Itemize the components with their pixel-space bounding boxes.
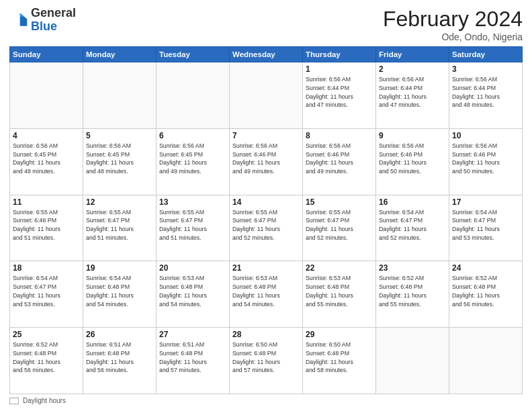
day-number: 18 bbox=[13, 263, 80, 273]
day-number: 9 bbox=[379, 131, 446, 140]
day-info: Sunrise: 6:56 AM Sunset: 6:46 PM Dayligh… bbox=[452, 142, 519, 176]
day-number: 22 bbox=[306, 263, 373, 273]
day-number: 6 bbox=[159, 131, 226, 140]
day-number: 28 bbox=[232, 330, 300, 339]
day-number: 15 bbox=[306, 197, 373, 207]
week-row-3: 11Sunrise: 6:55 AM Sunset: 6:46 PM Dayli… bbox=[10, 195, 523, 261]
day-number: 2 bbox=[379, 64, 446, 74]
day-cell: 15Sunrise: 6:55 AM Sunset: 6:47 PM Dayli… bbox=[303, 195, 376, 261]
day-info: Sunrise: 6:52 AM Sunset: 6:48 PM Dayligh… bbox=[13, 340, 80, 375]
day-info: Sunrise: 6:55 AM Sunset: 6:47 PM Dayligh… bbox=[232, 208, 300, 242]
day-info: Sunrise: 6:56 AM Sunset: 6:45 PM Dayligh… bbox=[13, 142, 80, 176]
weekday-header-sunday: Sunday bbox=[10, 47, 83, 62]
day-cell bbox=[449, 328, 523, 394]
day-cell: 29Sunrise: 6:50 AM Sunset: 6:48 PM Dayli… bbox=[303, 328, 376, 394]
day-number: 10 bbox=[452, 131, 519, 140]
day-number: 20 bbox=[159, 263, 226, 273]
day-number: 1 bbox=[306, 64, 373, 74]
day-info: Sunrise: 6:56 AM Sunset: 6:44 PM Dayligh… bbox=[379, 75, 446, 109]
location: Ode, Ondo, Nigeria bbox=[383, 32, 523, 42]
day-cell: 22Sunrise: 6:53 AM Sunset: 6:48 PM Dayli… bbox=[303, 261, 376, 328]
header: General Blue February 2024 Ode, Ondo, Ni… bbox=[9, 7, 523, 42]
day-cell: 7Sunrise: 6:56 AM Sunset: 6:46 PM Daylig… bbox=[230, 128, 303, 195]
day-info: Sunrise: 6:51 AM Sunset: 6:48 PM Dayligh… bbox=[159, 340, 226, 375]
day-info: Sunrise: 6:54 AM Sunset: 6:47 PM Dayligh… bbox=[13, 274, 80, 308]
logo-blue: Blue bbox=[31, 19, 57, 33]
day-cell: 21Sunrise: 6:53 AM Sunset: 6:48 PM Dayli… bbox=[230, 261, 303, 328]
day-info: Sunrise: 6:55 AM Sunset: 6:47 PM Dayligh… bbox=[159, 208, 226, 242]
weekday-header-row: SundayMondayTuesdayWednesdayThursdayFrid… bbox=[10, 47, 523, 62]
day-number: 12 bbox=[86, 197, 153, 207]
day-number: 11 bbox=[13, 197, 80, 207]
page: General Blue February 2024 Ode, Ondo, Ni… bbox=[0, 0, 532, 411]
day-cell: 14Sunrise: 6:55 AM Sunset: 6:47 PM Dayli… bbox=[230, 195, 303, 261]
logo-icon bbox=[9, 11, 28, 30]
day-info: Sunrise: 6:54 AM Sunset: 6:47 PM Dayligh… bbox=[379, 208, 446, 242]
day-info: Sunrise: 6:51 AM Sunset: 6:48 PM Dayligh… bbox=[86, 340, 153, 375]
logo-text: General Blue bbox=[31, 7, 76, 34]
day-number: 16 bbox=[379, 197, 446, 207]
day-cell: 8Sunrise: 6:56 AM Sunset: 6:46 PM Daylig… bbox=[303, 128, 376, 195]
day-cell bbox=[230, 62, 303, 129]
day-info: Sunrise: 6:56 AM Sunset: 6:44 PM Dayligh… bbox=[306, 75, 373, 109]
day-cell: 4Sunrise: 6:56 AM Sunset: 6:45 PM Daylig… bbox=[10, 128, 83, 195]
day-info: Sunrise: 6:50 AM Sunset: 6:48 PM Dayligh… bbox=[306, 340, 373, 375]
day-info: Sunrise: 6:56 AM Sunset: 6:46 PM Dayligh… bbox=[379, 142, 446, 176]
day-cell: 6Sunrise: 6:56 AM Sunset: 6:45 PM Daylig… bbox=[157, 128, 230, 195]
calendar: SundayMondayTuesdayWednesdayThursdayFrid… bbox=[9, 46, 523, 394]
legend: Daylight hours bbox=[9, 397, 523, 404]
day-number: 8 bbox=[306, 131, 373, 140]
day-cell bbox=[157, 62, 230, 129]
weekday-header-monday: Monday bbox=[83, 47, 157, 62]
day-info: Sunrise: 6:54 AM Sunset: 6:47 PM Dayligh… bbox=[452, 208, 519, 242]
day-number: 13 bbox=[159, 197, 226, 207]
day-cell: 16Sunrise: 6:54 AM Sunset: 6:47 PM Dayli… bbox=[376, 195, 449, 261]
day-info: Sunrise: 6:50 AM Sunset: 6:48 PM Dayligh… bbox=[232, 340, 300, 375]
day-info: Sunrise: 6:54 AM Sunset: 6:48 PM Dayligh… bbox=[86, 274, 153, 308]
day-cell: 19Sunrise: 6:54 AM Sunset: 6:48 PM Dayli… bbox=[83, 261, 157, 328]
week-row-1: 1Sunrise: 6:56 AM Sunset: 6:44 PM Daylig… bbox=[10, 62, 523, 129]
day-number: 27 bbox=[159, 330, 226, 339]
day-info: Sunrise: 6:53 AM Sunset: 6:48 PM Dayligh… bbox=[159, 274, 226, 308]
day-cell: 18Sunrise: 6:54 AM Sunset: 6:47 PM Dayli… bbox=[10, 261, 83, 328]
day-number: 23 bbox=[379, 263, 446, 273]
day-cell: 13Sunrise: 6:55 AM Sunset: 6:47 PM Dayli… bbox=[157, 195, 230, 261]
day-number: 4 bbox=[13, 131, 80, 140]
day-number: 3 bbox=[452, 64, 519, 74]
day-info: Sunrise: 6:55 AM Sunset: 6:47 PM Dayligh… bbox=[86, 208, 153, 242]
day-cell bbox=[376, 328, 449, 394]
weekday-header-wednesday: Wednesday bbox=[230, 47, 303, 62]
day-info: Sunrise: 6:56 AM Sunset: 6:45 PM Dayligh… bbox=[86, 142, 153, 176]
day-info: Sunrise: 6:53 AM Sunset: 6:48 PM Dayligh… bbox=[232, 274, 300, 308]
day-cell: 11Sunrise: 6:55 AM Sunset: 6:46 PM Dayli… bbox=[10, 195, 83, 261]
weekday-header-tuesday: Tuesday bbox=[157, 47, 230, 62]
logo: General Blue bbox=[9, 7, 76, 34]
day-cell: 27Sunrise: 6:51 AM Sunset: 6:48 PM Dayli… bbox=[157, 328, 230, 394]
day-info: Sunrise: 6:56 AM Sunset: 6:46 PM Dayligh… bbox=[232, 142, 300, 176]
day-cell: 9Sunrise: 6:56 AM Sunset: 6:46 PM Daylig… bbox=[376, 128, 449, 195]
day-info: Sunrise: 6:52 AM Sunset: 6:48 PM Dayligh… bbox=[452, 274, 519, 308]
legend-label: Daylight hours bbox=[23, 397, 66, 404]
day-number: 25 bbox=[13, 330, 80, 339]
day-cell: 5Sunrise: 6:56 AM Sunset: 6:45 PM Daylig… bbox=[83, 128, 157, 195]
day-cell: 2Sunrise: 6:56 AM Sunset: 6:44 PM Daylig… bbox=[376, 62, 449, 129]
day-info: Sunrise: 6:56 AM Sunset: 6:45 PM Dayligh… bbox=[159, 142, 226, 176]
title-block: February 2024 Ode, Ondo, Nigeria bbox=[383, 7, 523, 42]
day-cell: 24Sunrise: 6:52 AM Sunset: 6:48 PM Dayli… bbox=[449, 261, 523, 328]
day-number: 5 bbox=[86, 131, 153, 140]
day-cell: 3Sunrise: 6:56 AM Sunset: 6:44 PM Daylig… bbox=[449, 62, 523, 129]
weekday-header-friday: Friday bbox=[376, 47, 449, 62]
day-cell: 25Sunrise: 6:52 AM Sunset: 6:48 PM Dayli… bbox=[10, 328, 83, 394]
logo-general: General bbox=[31, 6, 76, 19]
month-title: February 2024 bbox=[383, 7, 523, 32]
svg-marker-1 bbox=[20, 13, 25, 16]
day-info: Sunrise: 6:53 AM Sunset: 6:48 PM Dayligh… bbox=[306, 274, 373, 308]
weekday-header-thursday: Thursday bbox=[303, 47, 376, 62]
day-cell bbox=[83, 62, 157, 129]
day-info: Sunrise: 6:56 AM Sunset: 6:44 PM Dayligh… bbox=[452, 75, 519, 109]
weekday-header-saturday: Saturday bbox=[449, 47, 523, 62]
day-number: 26 bbox=[86, 330, 153, 339]
legend-box bbox=[9, 398, 19, 404]
day-cell: 1Sunrise: 6:56 AM Sunset: 6:44 PM Daylig… bbox=[303, 62, 376, 129]
day-cell: 28Sunrise: 6:50 AM Sunset: 6:48 PM Dayli… bbox=[230, 328, 303, 394]
